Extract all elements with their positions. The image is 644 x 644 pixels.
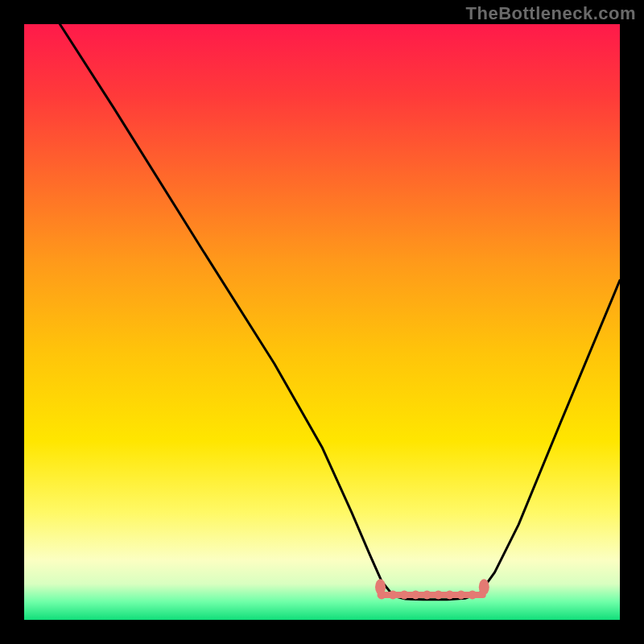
watermark-text: TheBottleneck.com: [466, 3, 636, 24]
range-marker-start: [375, 579, 386, 595]
svg-point-0: [375, 579, 386, 595]
svg-point-1: [479, 579, 489, 595]
range-marker-end: [479, 579, 489, 595]
curve-layer: [24, 24, 620, 620]
bottleneck-curve: [60, 24, 620, 600]
plot-area: [24, 24, 620, 620]
